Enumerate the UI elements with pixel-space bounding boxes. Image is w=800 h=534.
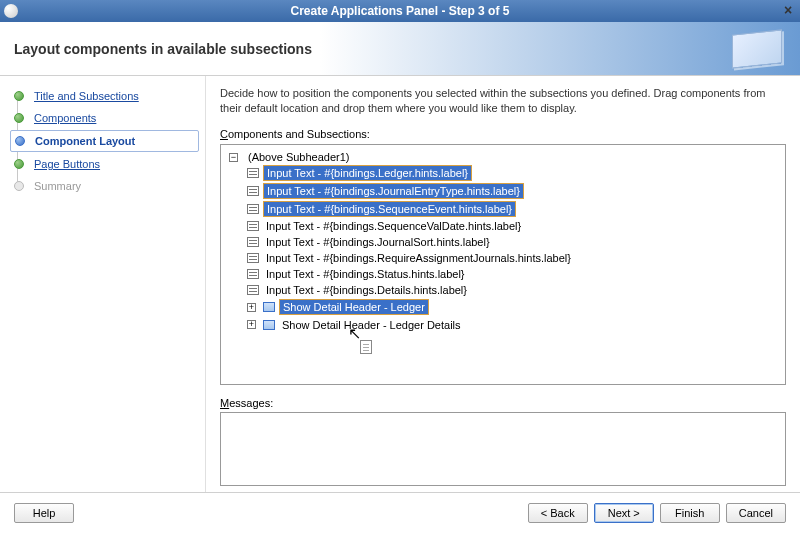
step-dot-icon <box>14 181 24 191</box>
title-bar: Create Applications Panel - Step 3 of 5 … <box>0 0 800 22</box>
app-icon <box>4 4 18 18</box>
banner-art-icon <box>732 29 782 68</box>
back-button[interactable]: < Back <box>528 503 588 523</box>
detail-header-icon <box>263 302 275 312</box>
tree-node-label: Show Detail Header - Ledger Details <box>279 318 464 332</box>
detail-header-icon <box>263 320 275 330</box>
tree-node[interactable]: Input Text - #{bindings.Ledger.hints.lab… <box>247 164 781 182</box>
tree-node-label: Input Text - #{bindings.Ledger.hints.lab… <box>263 165 472 181</box>
step-dot-icon <box>14 159 24 169</box>
input-text-icon <box>247 168 259 178</box>
step-list: Title and SubsectionsComponentsComponent… <box>10 86 199 196</box>
step-dot-icon <box>14 113 24 123</box>
collapse-icon[interactable]: − <box>229 153 238 162</box>
step-label[interactable]: Page Buttons <box>34 158 100 170</box>
tree-node[interactable]: +Show Detail Header - Ledger Details <box>247 316 781 333</box>
tree-node[interactable]: Input Text - #{bindings.SequenceValDate.… <box>247 218 781 234</box>
cancel-button[interactable]: Cancel <box>726 503 786 523</box>
tree-node[interactable]: Input Text - #{bindings.JournalSort.hint… <box>247 234 781 250</box>
banner-title: Layout components in available subsectio… <box>14 41 312 57</box>
messages-box[interactable] <box>220 412 786 486</box>
tree-node-label: Input Text - #{bindings.JournalSort.hint… <box>263 235 493 249</box>
finish-button[interactable]: Finish <box>660 503 720 523</box>
tree-node[interactable]: Input Text - #{bindings.Details.hints.la… <box>247 282 781 298</box>
instruction-text: Decide how to position the components yo… <box>220 86 786 116</box>
expand-icon[interactable]: + <box>247 320 256 329</box>
input-text-icon <box>247 237 259 247</box>
step-label[interactable]: Components <box>34 112 96 124</box>
tree-root-label: (Above Subheader1) <box>245 150 353 164</box>
step-dot-icon <box>14 91 24 101</box>
tree-node-label: Input Text - #{bindings.SequenceValDate.… <box>263 219 524 233</box>
input-text-icon <box>247 269 259 279</box>
wizard-step-0[interactable]: Title and Subsections <box>10 86 199 106</box>
tree-node-label: Input Text - #{bindings.SequenceEvent.hi… <box>263 201 516 217</box>
messages-label: Messages: <box>220 397 786 409</box>
next-button[interactable]: Next > <box>594 503 654 523</box>
tree-node[interactable]: Input Text - #{bindings.Status.hints.lab… <box>247 266 781 282</box>
input-text-icon <box>247 204 259 214</box>
tree-node-label: Input Text - #{bindings.Status.hints.lab… <box>263 267 468 281</box>
wizard-step-4: Summary <box>10 176 199 196</box>
tree-node-label: Show Detail Header - Ledger <box>279 299 429 315</box>
main-area: Title and SubsectionsComponentsComponent… <box>0 76 800 492</box>
input-text-icon <box>247 221 259 231</box>
tree-node[interactable]: Input Text - #{bindings.SequenceEvent.hi… <box>247 200 781 218</box>
wizard-step-2[interactable]: Component Layout <box>10 130 199 152</box>
wizard-step-3[interactable]: Page Buttons <box>10 154 199 174</box>
tree-node[interactable]: +Show Detail Header - Ledger <box>247 298 781 316</box>
input-text-icon <box>247 253 259 263</box>
expand-icon[interactable]: + <box>247 303 256 312</box>
step-label: Summary <box>34 180 81 192</box>
tree-node-label: Input Text - #{bindings.RequireAssignmen… <box>263 251 574 265</box>
input-text-icon <box>247 285 259 295</box>
components-tree[interactable]: − (Above Subheader1) Input Text - #{bind… <box>220 144 786 385</box>
step-label: Component Layout <box>35 135 135 147</box>
wizard-sidebar: Title and SubsectionsComponentsComponent… <box>0 76 206 492</box>
tree-node[interactable]: Input Text - #{bindings.JournalEntryType… <box>247 182 781 200</box>
wizard-step-1[interactable]: Components <box>10 108 199 128</box>
help-button[interactable]: Help <box>14 503 74 523</box>
tree-node[interactable]: Input Text - #{bindings.RequireAssignmen… <box>247 250 781 266</box>
input-text-icon <box>247 186 259 196</box>
tree-label: Components and Subsections: <box>220 128 786 140</box>
window-title: Create Applications Panel - Step 3 of 5 <box>291 4 510 18</box>
step-dot-icon <box>15 136 25 146</box>
tree-node-label: Input Text - #{bindings.JournalEntryType… <box>263 183 524 199</box>
tree-root[interactable]: − (Above Subheader1) Input Text - #{bind… <box>229 149 781 334</box>
step-label[interactable]: Title and Subsections <box>34 90 139 102</box>
tree-node-label: Input Text - #{bindings.Details.hints.la… <box>263 283 470 297</box>
close-icon[interactable]: × <box>780 2 796 18</box>
content-area: Decide how to position the components yo… <box>206 76 800 492</box>
wizard-banner: Layout components in available subsectio… <box>0 22 800 76</box>
footer-bar: Help < Back Next > Finish Cancel <box>0 492 800 532</box>
